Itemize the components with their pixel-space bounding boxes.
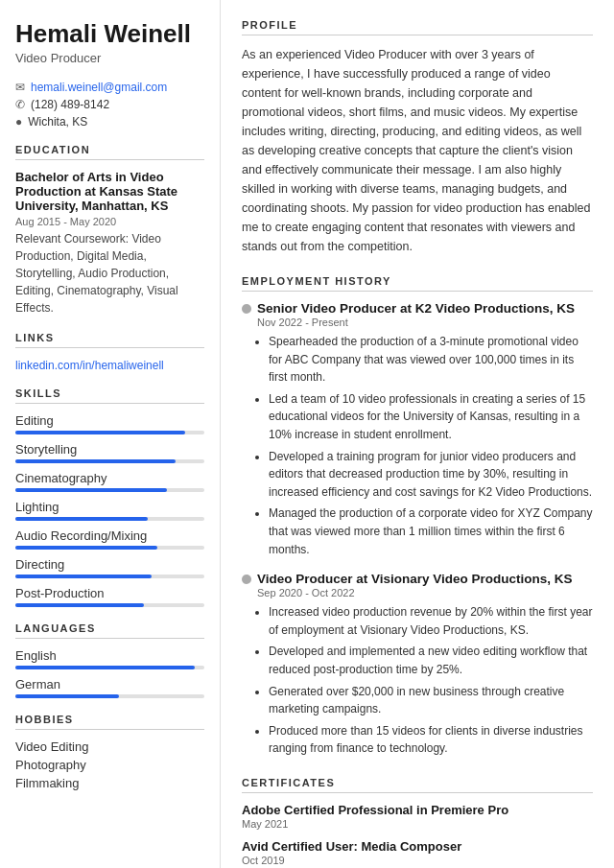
email-icon: ✉	[15, 81, 25, 94]
email-link[interactable]: hemali.weinell@gmail.com	[31, 81, 167, 94]
skill-label: Directing	[15, 557, 204, 572]
job-dot	[242, 575, 251, 584]
language-bar-bg	[15, 694, 204, 698]
linkedin-link[interactable]: linkedin.com/in/hemaliweinell	[15, 359, 164, 372]
skill-bar	[15, 603, 144, 607]
linkedin-link-item: linkedin.com/in/hemaliweinell	[15, 358, 204, 372]
phone-item: ✆ (128) 489-8142	[15, 98, 204, 111]
skill-bar-bg	[15, 517, 204, 521]
skill-item: Storytelling	[15, 442, 204, 463]
skill-item: Lighting	[15, 500, 204, 521]
certificates-list: Adobe Certified Professional in Premiere…	[242, 803, 593, 866]
skill-bar-bg	[15, 575, 204, 578]
skill-bar-bg	[15, 488, 204, 492]
phone-icon: ✆	[15, 98, 25, 111]
location-icon: ●	[15, 115, 22, 129]
skill-item: Editing	[15, 413, 204, 434]
education-coursework: Relevant Coursework: Video Production, D…	[15, 230, 204, 317]
language-item: German	[15, 677, 204, 698]
education-block: Bachelor of Arts in Video Production at …	[15, 170, 204, 317]
languages-section-title: LANGUAGES	[15, 622, 204, 639]
location-text: Wichita, KS	[28, 115, 87, 129]
skill-item: Cinematography	[15, 471, 204, 492]
certificate-item: Adobe Certified Professional in Premiere…	[242, 803, 593, 830]
job-bullets: Spearheaded the production of a 3-minute…	[269, 333, 593, 558]
job-title-text: Senior Video Producer at K2 Video Produc…	[257, 301, 575, 316]
skill-bar	[15, 575, 152, 578]
skill-item: Directing	[15, 557, 204, 578]
job-dates: Sep 2020 - Oct 2022	[257, 587, 593, 598]
job-bullets: Increased video production revenue by 20…	[269, 603, 593, 758]
skills-list: Editing Storytelling Cinematography Ligh…	[15, 413, 204, 607]
certificates-section-title: CERTIFICATES	[242, 777, 593, 793]
email-item: ✉ hemali.weinell@gmail.com	[15, 81, 204, 94]
links-section-title: LINKS	[15, 332, 204, 348]
skill-bar	[15, 431, 185, 434]
cert-date: May 2021	[242, 818, 593, 830]
language-item: English	[15, 648, 204, 669]
job-block: Senior Video Producer at K2 Video Produc…	[242, 301, 593, 558]
skill-label: Editing	[15, 413, 204, 428]
cert-date: Oct 2019	[242, 855, 593, 866]
hobbies-section-title: HOBBIES	[15, 714, 204, 730]
skill-label: Cinematography	[15, 471, 204, 485]
jobs-list: Senior Video Producer at K2 Video Produc…	[242, 301, 593, 758]
language-bar	[15, 666, 195, 669]
job-dates: Nov 2022 - Present	[257, 317, 593, 328]
skill-label: Storytelling	[15, 442, 204, 457]
cert-name: Adobe Certified Professional in Premiere…	[242, 803, 593, 817]
candidate-name: Hemali Weinell	[15, 19, 204, 49]
skill-label: Lighting	[15, 500, 204, 514]
job-bullet: Produced more than 15 videos for clients…	[269, 722, 593, 758]
language-bar-bg	[15, 666, 204, 669]
skill-bar	[15, 488, 167, 492]
skills-section-title: SKILLS	[15, 387, 204, 404]
skill-item: Audio Recording/Mixing	[15, 528, 204, 550]
education-degree: Bachelor of Arts in Video Production at …	[15, 170, 204, 213]
education-section-title: EDUCATION	[15, 144, 204, 160]
skill-label: Audio Recording/Mixing	[15, 528, 204, 543]
education-dates: Aug 2015 - May 2020	[15, 216, 204, 227]
job-bullet: Developed a training program for junior …	[269, 448, 593, 502]
job-title: Video Producer at Visionary Video Produc…	[242, 572, 593, 586]
candidate-title: Video Producer	[15, 51, 204, 65]
hobby-item: Filmmaking	[15, 776, 204, 790]
profile-text: As an experienced Video Producer with ov…	[242, 45, 593, 256]
job-bullet: Generated over $20,000 in new business t…	[269, 683, 593, 718]
skill-bar-bg	[15, 459, 204, 463]
language-label: German	[15, 677, 204, 692]
skill-bar	[15, 517, 148, 521]
skill-bar-bg	[15, 603, 204, 607]
job-bullet: Developed and implemented a new video ed…	[269, 643, 593, 678]
job-title-text: Video Producer at Visionary Video Produc…	[257, 572, 573, 586]
contact-section: ✉ hemali.weinell@gmail.com ✆ (128) 489-8…	[15, 81, 204, 129]
languages-list: English German	[15, 648, 204, 698]
skill-bar-bg	[15, 431, 204, 434]
skill-bar	[15, 546, 157, 550]
job-bullet: Spearheaded the production of a 3-minute…	[269, 333, 593, 387]
job-bullet: Led a team of 10 video professionals in …	[269, 390, 593, 444]
certificate-item: Avid Certified User: Media Composer Oct …	[242, 839, 593, 866]
skill-bar	[15, 459, 176, 463]
job-dot	[242, 304, 251, 314]
coursework-label: Relevant Coursework:	[15, 232, 129, 246]
job-title: Senior Video Producer at K2 Video Produc…	[242, 301, 593, 316]
skill-label: Post-Production	[15, 586, 204, 600]
job-block: Video Producer at Visionary Video Produc…	[242, 572, 593, 758]
skill-item: Post-Production	[15, 586, 204, 607]
phone-text: (128) 489-8142	[31, 98, 109, 111]
job-bullet: Managed the production of a corporate vi…	[269, 504, 593, 558]
job-bullet: Increased video production revenue by 20…	[269, 603, 593, 639]
hobbies-list: Video EditingPhotographyFilmmaking	[15, 739, 204, 790]
language-bar	[15, 694, 119, 698]
profile-section-title: PROFILE	[242, 19, 593, 35]
skill-bar-bg	[15, 546, 204, 550]
hobby-item: Video Editing	[15, 739, 204, 754]
hobby-item: Photography	[15, 758, 204, 772]
language-label: English	[15, 648, 204, 663]
location-item: ● Wichita, KS	[15, 115, 204, 129]
cert-name: Avid Certified User: Media Composer	[242, 839, 593, 854]
employment-section-title: EMPLOYMENT HISTORY	[242, 275, 593, 292]
